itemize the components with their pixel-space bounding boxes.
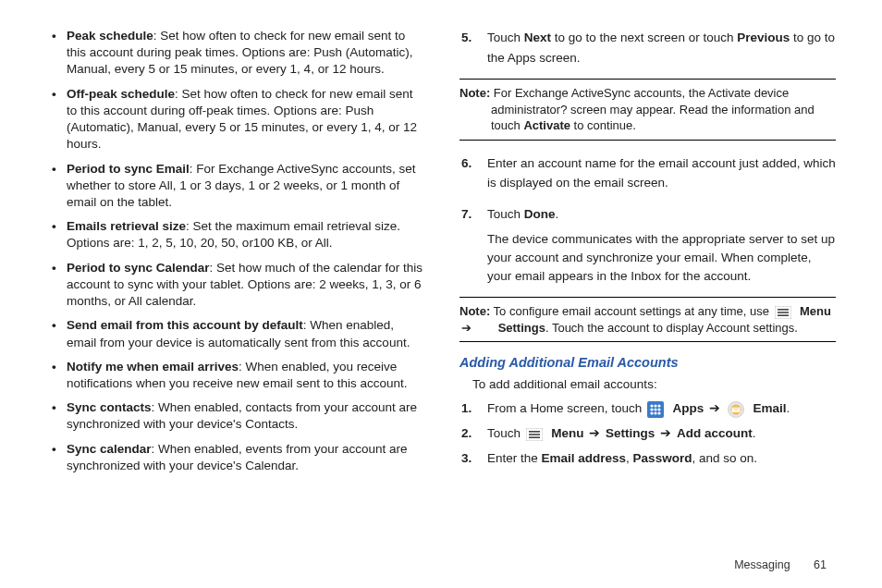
arrow-icon: ➔ (707, 400, 722, 418)
svg-point-5 (650, 404, 653, 407)
add-account-steps: 1. From a Home screen, touch Apps ➔ Emai… (459, 400, 836, 468)
svg-point-12 (654, 411, 656, 414)
footer-page-number: 61 (814, 558, 827, 571)
next-label: Next (524, 31, 551, 44)
bullet-emails-retrieval-size: Emails retrieval size: Set the maximum e… (67, 218, 423, 251)
add-step-2: 2. Touch Menu ➔ Settings ➔ Add account. (487, 425, 836, 443)
menu-label: Menu (551, 426, 583, 440)
note-body-post: to continue. (570, 118, 636, 132)
bullet-peak-schedule: Peak schedule: Set how often to check fo… (67, 28, 423, 79)
password-label: Password (633, 451, 692, 465)
svg-point-11 (650, 411, 653, 414)
footer-section: Messaging (734, 558, 790, 571)
term: Send email from this account by default (67, 318, 303, 332)
svg-rect-3 (778, 314, 789, 316)
svg-rect-2 (778, 312, 789, 313)
note-activesync: Note: For Exchange ActiveSync accounts, … (459, 79, 836, 141)
step-body: Enter the Email address, Password, and s… (487, 450, 836, 468)
bullet-notify-email-arrives: Notify me when email arrives: When enabl… (67, 359, 423, 392)
add-account-label: Add account (677, 426, 753, 440)
sync-options-list: Peak schedule: Set how often to check fo… (46, 28, 423, 474)
left-column: Peak schedule: Set how often to check fo… (46, 28, 423, 545)
note-configure-settings: Note: To configure email account setting… (459, 297, 836, 342)
apps-label: Apps (673, 401, 704, 415)
step-body: Touch Menu ➔ Settings ➔ Add account. (487, 425, 836, 443)
note-pre: To configure email account settings at a… (490, 304, 772, 318)
step-7: 7. Touch Done. The device communicates w… (487, 204, 836, 286)
note-post: . Touch the account to display Account s… (545, 321, 798, 335)
svg-point-6 (654, 404, 656, 407)
settings-label: Settings (606, 426, 655, 440)
add-step-1: 1. From a Home screen, touch Apps ➔ Emai… (487, 400, 836, 418)
term: Emails retrieval size (67, 219, 186, 233)
bullet-sync-contacts: Sync contacts: When enabled, contacts fr… (67, 399, 423, 433)
svg-rect-18 (529, 434, 540, 435)
step-number: 6. (461, 153, 472, 174)
bullet-sync-calendar: Sync calendar: When enabled, events from… (67, 441, 423, 474)
term: Period to sync Calendar (67, 261, 210, 275)
term: Sync contacts (67, 400, 152, 414)
step-number: 7. (461, 204, 472, 225)
step-number: 3. (461, 450, 472, 468)
term: Off-peak schedule (67, 87, 175, 101)
step-5: 5. Touch Next to go to the next screen o… (487, 28, 836, 67)
subheading-adding-accounts: Adding Additional Email Accounts (459, 355, 836, 370)
term: Period to sync Email (67, 162, 190, 176)
add-step-3: 3. Enter the Email address, Password, an… (487, 450, 836, 468)
svg-point-8 (650, 408, 653, 410)
svg-point-9 (654, 408, 656, 410)
svg-point-13 (657, 411, 660, 414)
previous-label: Previous (737, 31, 790, 44)
page-footer: Messaging 61 (734, 558, 827, 571)
svg-point-7 (657, 404, 660, 407)
email-address-label: Email address (542, 451, 627, 465)
step-number: 5. (461, 28, 472, 48)
note-label: Note: (459, 86, 490, 100)
bullet-period-sync-calendar: Period to sync Calendar: Set how much of… (67, 260, 423, 311)
arrow-icon: ➔ (658, 425, 673, 443)
bullet-off-peak-schedule: Off-peak schedule: Set how often to chec… (67, 86, 423, 153)
svg-rect-19 (529, 436, 540, 438)
menu-icon (775, 306, 791, 319)
menu-icon (526, 428, 543, 441)
svg-point-10 (657, 408, 660, 410)
bullet-period-sync-email: Period to sync Email: For Exchange Activ… (67, 161, 423, 212)
step-body: Touch Next to go to the next screen or t… (487, 28, 836, 67)
step-number: 1. (461, 400, 472, 418)
term: Notify me when email arrives (67, 360, 239, 374)
step-body: Enter an account name for the email acco… (487, 153, 836, 193)
arrow-icon: ➔ (491, 320, 495, 337)
step-body: From a Home screen, touch Apps ➔ Email. (487, 400, 836, 418)
term: Sync calendar (67, 442, 152, 456)
bullet-send-email-default: Send email from this account by default:… (67, 317, 423, 350)
step-6: 6. Enter an account name for the email a… (487, 153, 836, 193)
apps-icon (647, 401, 664, 418)
email-label: Email (753, 401, 786, 415)
note-label: Note: (459, 304, 490, 318)
arrow-icon: ➔ (587, 425, 602, 443)
email-icon (728, 401, 744, 418)
step-body: Touch Done. (487, 204, 836, 225)
term: Peak schedule (67, 29, 153, 43)
step-note: The device communicates with the appropr… (487, 230, 836, 287)
svg-rect-1 (778, 309, 789, 311)
steps-continued-2: 6. Enter an account name for the email a… (459, 153, 836, 287)
intro-text: To add additional email accounts: (459, 377, 836, 391)
menu-label: Menu (800, 304, 831, 318)
done-label: Done (524, 207, 556, 221)
settings-label: Settings (498, 321, 545, 335)
activate-label: Activate (523, 118, 570, 132)
step-number: 2. (461, 425, 472, 443)
steps-continued: 5. Touch Next to go to the next screen o… (459, 28, 836, 67)
svg-rect-17 (529, 431, 540, 433)
right-column: 5. Touch Next to go to the next screen o… (459, 28, 836, 545)
